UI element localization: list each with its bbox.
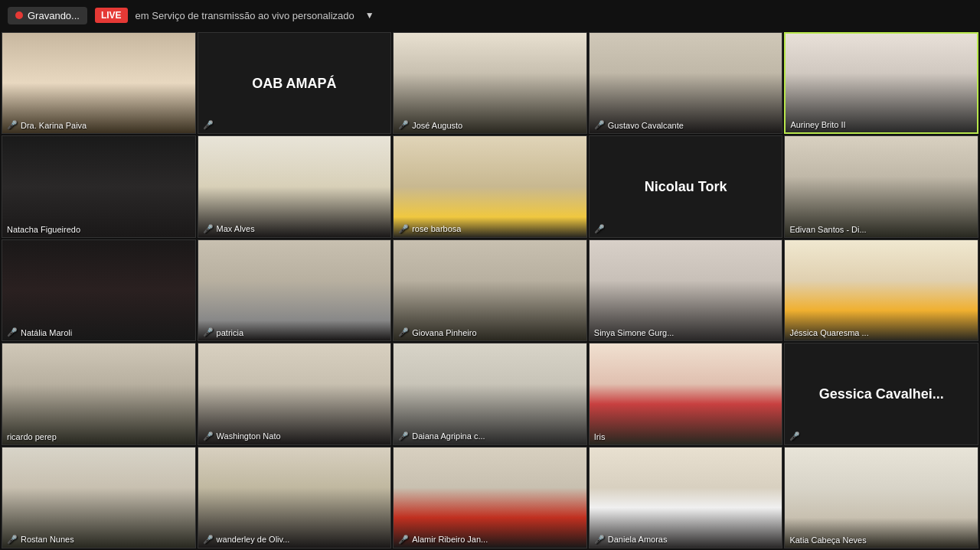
participant-cell-patricia[interactable]: 🎤 patricia	[198, 239, 392, 341]
katia-video	[785, 447, 978, 548]
nicolau-mic-icon: 🎤	[594, 224, 605, 234]
giovana-name: 🎤 Giovana Pinheiro	[398, 327, 476, 337]
sinya-video	[590, 240, 782, 340]
participant-cell-wanderley[interactable]: 🎤 wanderley de Oliv...	[198, 447, 392, 548]
rostan-video	[2, 447, 195, 548]
rostan-mic-icon: 🎤	[7, 535, 18, 545]
sinya-name: Sinya Simone Gurg...	[594, 328, 675, 337]
live-badge: LIVE	[95, 8, 128, 23]
participant-cell-natalia[interactable]: 🎤 Natália Maroli	[2, 239, 196, 341]
daniela-video	[590, 447, 782, 548]
alamir-mic-icon: 🎤	[398, 535, 409, 545]
jessica-video	[785, 240, 978, 340]
gessica-content: Gessica Cavalhei...	[785, 343, 978, 444]
gustavo-video	[590, 33, 782, 133]
nicolau-label: Nicolau Tork	[645, 179, 727, 195]
nicolau-content: Nicolau Tork	[590, 136, 782, 236]
participant-cell-natacha[interactable]: Natacha Figueiredo	[2, 135, 196, 237]
natalia-mic-icon: 🎤	[7, 327, 18, 337]
daiana-mic-icon: 🎤	[398, 431, 409, 441]
gustavo-name: 🎤 Gustavo Cavalcante	[594, 120, 684, 130]
auriney-video	[786, 34, 977, 132]
giovana-mic-icon: 🎤	[398, 327, 409, 337]
rose-video	[394, 136, 586, 236]
alamir-video	[394, 447, 586, 548]
iris-name: Iris	[594, 432, 606, 441]
karina-mic-icon: 🎤	[7, 120, 18, 130]
jose-mic-icon: 🎤	[398, 120, 409, 130]
nicolau-name: 🎤	[594, 224, 605, 234]
participant-cell-karina[interactable]: 🎤 Dra. Karina Paiva	[2, 32, 196, 134]
rostan-name: 🎤 Rostan Nunes	[7, 535, 74, 545]
participant-cell-auriney[interactable]: Auriney Brito II	[784, 32, 978, 134]
participant-cell-alamir[interactable]: 🎤 Alamir Ribeiro Jan...	[393, 447, 587, 548]
participant-cell-washington[interactable]: 🎤 Washington Nato	[198, 343, 392, 444]
ricardo-name: ricardo perep	[7, 432, 57, 441]
participant-cell-jessica[interactable]: Jéssica Quaresma ...	[784, 239, 978, 341]
oab-label: OAB AMAPÁ	[252, 75, 336, 91]
rose-mic-icon: 🎤	[398, 224, 409, 234]
natacha-name: Natacha Figueiredo	[7, 225, 80, 234]
max-name: 🎤 Max Alves	[203, 224, 255, 234]
wanderley-name: 🎤 wanderley de Oliv...	[203, 535, 290, 545]
gustavo-mic-icon: 🎤	[594, 120, 605, 130]
gessica-name: 🎤	[789, 431, 800, 441]
wanderley-video	[198, 447, 391, 548]
video-grid: 🎤 Dra. Karina Paiva OAB AMAPÁ 🎤 🎤 José A…	[0, 31, 980, 550]
wanderley-mic-icon: 🎤	[203, 535, 214, 545]
gessica-mic-icon: 🎤	[789, 431, 800, 441]
rose-name: 🎤 rose barbosa	[398, 224, 461, 234]
karina-video	[2, 33, 195, 133]
participant-cell-iris[interactable]: Iris	[589, 343, 783, 444]
patricia-name: 🎤 patricia	[203, 327, 243, 337]
gessica-label: Gessica Cavalhei...	[819, 386, 944, 402]
natacha-video	[2, 136, 195, 236]
giovana-video	[394, 240, 586, 340]
washington-name: 🎤 Washington Nato	[203, 431, 281, 441]
participant-cell-daniela[interactable]: 🎤 Daniela Amoras	[589, 447, 783, 548]
edivan-name: Edivan Santos - Di...	[789, 225, 866, 234]
karina-name: 🎤 Dra. Karina Paiva	[7, 120, 87, 130]
edivan-video	[785, 136, 978, 236]
participant-cell-sinya[interactable]: Sinya Simone Gurg...	[589, 239, 783, 341]
oab-name: 🎤	[203, 120, 214, 130]
participant-cell-gustavo[interactable]: 🎤 Gustavo Cavalcante	[589, 32, 783, 134]
recording-dot	[15, 11, 23, 19]
katia-name: Katia Cabeça Neves	[789, 535, 866, 545]
jessica-name: Jéssica Quaresma ...	[789, 328, 868, 337]
live-service-text: em Serviço de transmissão ao vivo person…	[136, 10, 354, 21]
participant-cell-ricardo[interactable]: ricardo perep	[2, 343, 196, 444]
daniela-mic-icon: 🎤	[594, 535, 605, 545]
auriney-name: Auriney Brito II	[790, 120, 845, 129]
recording-label: Gravando...	[28, 10, 80, 21]
oab-content: OAB AMAPÁ	[198, 33, 391, 133]
participant-cell-edivan[interactable]: Edivan Santos - Di...	[784, 135, 978, 237]
daiana-video	[394, 343, 586, 444]
washington-video	[198, 343, 391, 444]
patricia-mic-icon: 🎤	[203, 327, 214, 337]
participant-cell-nicolau[interactable]: Nicolau Tork 🎤	[589, 135, 783, 237]
participant-cell-max[interactable]: 🎤 Max Alves	[198, 135, 392, 237]
dropdown-arrow-icon[interactable]: ▼	[365, 10, 374, 21]
daiana-name: 🎤 Daiana Agripina c...	[398, 431, 485, 441]
max-video	[198, 136, 391, 236]
max-mic-icon: 🎤	[203, 224, 214, 234]
participant-cell-rostan[interactable]: 🎤 Rostan Nunes	[2, 447, 196, 548]
iris-video	[590, 343, 782, 444]
participant-cell-gessica[interactable]: Gessica Cavalhei... 🎤	[784, 343, 978, 444]
top-bar: Gravando... LIVE em Serviço de transmiss…	[0, 0, 980, 31]
jose-name: 🎤 José Augusto	[398, 120, 462, 130]
participant-cell-daiana[interactable]: 🎤 Daiana Agripina c...	[393, 343, 587, 444]
washington-mic-icon: 🎤	[203, 431, 214, 441]
participant-cell-giovana[interactable]: 🎤 Giovana Pinheiro	[393, 239, 587, 341]
recording-button[interactable]: Gravando...	[8, 7, 87, 24]
participant-cell-katia[interactable]: Katia Cabeça Neves	[784, 447, 978, 548]
participant-cell-rose[interactable]: 🎤 rose barbosa	[393, 135, 587, 237]
ricardo-video	[2, 343, 195, 444]
daniela-name: 🎤 Daniela Amoras	[594, 535, 668, 545]
participant-cell-jose[interactable]: 🎤 José Augusto	[393, 32, 587, 134]
patricia-video	[198, 240, 391, 340]
participant-cell-oab[interactable]: OAB AMAPÁ 🎤	[198, 32, 392, 134]
natalia-name: 🎤 Natália Maroli	[7, 327, 72, 337]
natalia-video	[2, 240, 195, 340]
